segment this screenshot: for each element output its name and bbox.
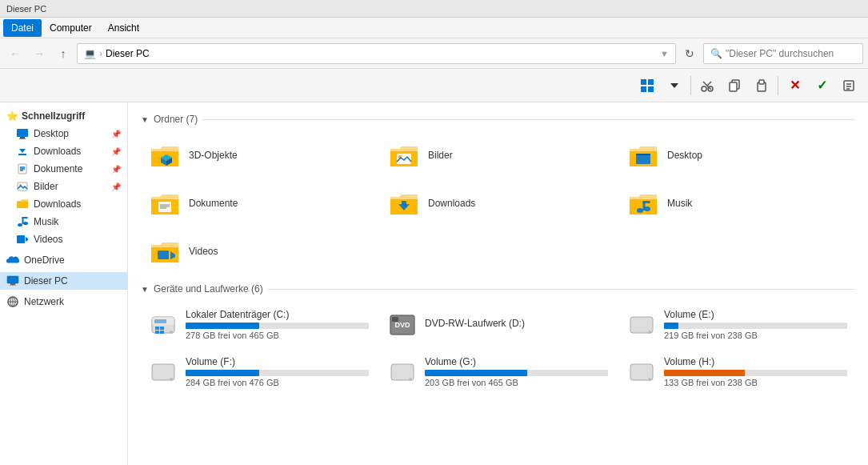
drive-c-size: 278 GB frei von 465 GB [186, 331, 369, 340]
menu-computer[interactable]: Computer [42, 19, 100, 37]
sidebar-item-onedrive-label: OneDrive [24, 255, 65, 266]
up-button[interactable]: ↑ [53, 43, 74, 64]
drive-g-name: Volume (G:) [425, 356, 608, 367]
toolbar: ✕ ✓ [0, 69, 868, 102]
folder-item-dokumente[interactable]: Dokumente [141, 181, 377, 226]
videos-icon [16, 233, 29, 246]
folder-dokumente-icon [149, 187, 181, 219]
breadcrumb-bar[interactable]: 💻 › Dieser PC ▼ [77, 43, 676, 64]
copy-icon [728, 79, 741, 92]
svg-point-72 [648, 331, 651, 334]
folder-item-3d-objekte[interactable]: 3D-Objekte [141, 133, 377, 178]
view-dropdown-button[interactable] [662, 73, 687, 98]
drive-item-f[interactable]: Volume (F:) 284 GB frei von 476 GB [141, 350, 377, 394]
drive-h-size: 133 GB frei von 238 GB [664, 378, 847, 387]
folder-item-bilder[interactable]: Bilder [380, 133, 616, 178]
desktop-icon [16, 127, 29, 140]
drive-item-e[interactable]: Volume (E:) 219 GB frei von 238 GB [619, 303, 855, 347]
svg-rect-65 [155, 331, 159, 334]
svg-rect-12 [759, 80, 764, 84]
drive-h-bar-bg [664, 370, 847, 376]
svg-rect-73 [152, 364, 174, 380]
drive-item-g[interactable]: Volume (G:) 203 GB frei von 465 GB [380, 350, 616, 394]
refresh-button[interactable]: ↻ [679, 43, 700, 64]
sidebar-item-musik[interactable]: Musik [0, 213, 127, 230]
sidebar-section-schnellzugriff: ⭐ Schnellzugriff Desktop 📌 Downloads 📌 [0, 106, 127, 250]
properties-button[interactable] [836, 73, 862, 98]
sidebar-item-downloads-2[interactable]: Downloads [0, 195, 127, 213]
folder-videos-label: Videos [189, 246, 218, 257]
svg-rect-71 [630, 317, 653, 333]
properties-icon [842, 79, 855, 92]
svg-text:DVD: DVD [394, 321, 410, 329]
dieser-pc-icon [6, 275, 19, 287]
breadcrumb-path: Dieser PC [106, 48, 150, 59]
cut-icon [701, 79, 714, 92]
svg-rect-56 [158, 251, 169, 259]
sidebar: ⭐ Schnellzugriff Desktop 📌 Downloads 📌 [0, 102, 128, 465]
sidebar-section-onedrive: OneDrive [0, 250, 127, 271]
sidebar-item-desktop[interactable]: Desktop 📌 [0, 125, 127, 142]
folder-item-videos[interactable]: Videos [141, 229, 377, 274]
svg-point-29 [23, 222, 28, 225]
rename-button[interactable]: ✓ [809, 73, 834, 98]
cut-button[interactable] [694, 73, 720, 98]
sidebar-item-videos[interactable]: Videos [0, 230, 127, 248]
paste-button[interactable] [749, 73, 774, 98]
back-button[interactable]: ← [5, 43, 26, 64]
breadcrumb-icon: 💻 [84, 48, 96, 59]
content-area: ▼ Ordner (7) 3D-Objekte [128, 102, 868, 465]
folder-3d-icon [149, 139, 181, 171]
drive-c-name: Lokaler Datenträger (C:) [186, 309, 369, 320]
view-tiles-button[interactable] [634, 73, 660, 98]
toolbar-separator-2 [778, 76, 778, 95]
svg-rect-1 [648, 79, 654, 85]
drive-d-name: DVD-RW-Laufwerk (D:) [425, 318, 608, 329]
svg-rect-17 [17, 129, 28, 137]
sidebar-item-onedrive[interactable]: OneDrive [0, 251, 127, 269]
svg-rect-77 [630, 364, 653, 380]
drive-d-info: DVD-RW-Laufwerk (D:) [425, 318, 608, 331]
forward-button[interactable]: → [29, 43, 50, 64]
svg-marker-20 [19, 149, 26, 153]
svg-rect-21 [18, 154, 26, 155]
drive-f-bar-fill [186, 370, 259, 376]
menu-ansicht[interactable]: Ansicht [100, 19, 147, 37]
folder-item-downloads[interactable]: Downloads [380, 181, 616, 226]
sidebar-item-bilder[interactable]: Bilder 📌 [0, 178, 127, 195]
folder-item-desktop[interactable]: Desktop [619, 133, 855, 178]
search-input[interactable] [726, 48, 854, 59]
drive-grid: Lokaler Datenträger (C:) 278 GB frei von… [141, 303, 855, 394]
sidebar-item-downloads-1[interactable]: Downloads 📌 [0, 142, 127, 160]
drive-e-size: 219 GB frei von 238 GB [664, 331, 847, 340]
drive-item-c[interactable]: Lokaler Datenträger (C:) 278 GB frei von… [141, 303, 377, 347]
breadcrumb-dropdown[interactable]: ▼ [660, 49, 669, 58]
drive-g-bar-bg [425, 370, 608, 376]
drive-item-d[interactable]: DVD DVD-RW-Laufwerk (D:) [380, 303, 616, 347]
drive-item-h[interactable]: Volume (H:) 133 GB frei von 238 GB [619, 350, 855, 394]
sidebar-item-dokumente-label: Dokumente [34, 163, 82, 174]
menu-datei[interactable]: Datei [3, 19, 42, 37]
musik-icon [16, 215, 29, 228]
sidebar-header-schnellzugriff[interactable]: ⭐ Schnellzugriff [0, 107, 127, 125]
drive-hdd-h-icon [627, 358, 656, 387]
copy-button[interactable] [722, 73, 747, 98]
sidebar-item-dieser-pc[interactable]: Dieser PC [0, 272, 127, 290]
drive-hdd-c-icon [149, 311, 178, 339]
drive-hdd-g-icon [388, 358, 417, 387]
svg-rect-64 [160, 327, 164, 330]
drive-g-size: 203 GB frei von 465 GB [425, 378, 608, 387]
svg-rect-34 [7, 276, 18, 283]
sidebar-item-netzwerk[interactable]: Netzwerk [0, 293, 127, 311]
svg-point-61 [170, 331, 173, 334]
folders-toggle[interactable]: ▼ [141, 115, 149, 124]
folder-item-musik[interactable]: Musik [619, 181, 855, 226]
delete-button[interactable]: ✕ [782, 73, 807, 98]
folder-videos-icon [149, 235, 181, 267]
pin-icon-2: 📌 [111, 147, 121, 156]
drives-toggle[interactable]: ▼ [141, 285, 149, 294]
drive-c-bar-fill [186, 323, 259, 329]
sidebar-item-dokumente[interactable]: Dokumente 📌 [0, 160, 127, 178]
folder-downloads-label: Downloads [428, 198, 475, 209]
tiles-icon [640, 78, 654, 93]
